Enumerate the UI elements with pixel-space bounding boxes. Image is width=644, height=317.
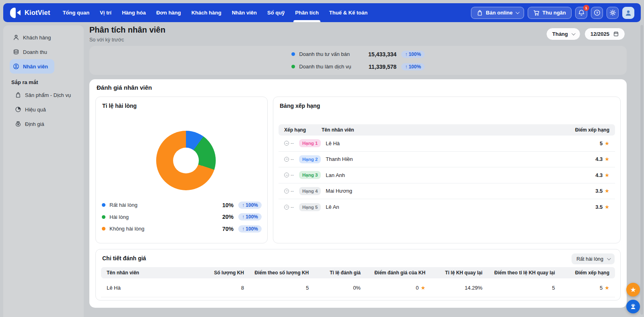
question-icon: ?	[594, 9, 601, 16]
star-icon	[605, 140, 609, 146]
sidebar-item-hieu-qua[interactable]: Hiệu quả	[10, 102, 52, 117]
period-date-picker[interactable]: 12/2025	[584, 28, 625, 40]
sidebar-item-san-pham-dich-vu[interactable]: Sản phẩm - Dịch vụ	[10, 88, 77, 102]
money-bag-icon	[15, 121, 21, 127]
revenue-legend-row: Doanh thu làm dịch vụ 11,339,578 100%	[291, 61, 425, 72]
table-row[interactable]: -- Hạng 3 Lan Anh 4.3	[279, 167, 615, 183]
legend-item: Hài lòng 20% 100%	[102, 211, 262, 223]
trend-neutral: --	[284, 172, 299, 178]
sidebar-item-khach-hang[interactable]: Khách hàng	[10, 30, 57, 45]
detail-filter-dropdown[interactable]: Rất hài lòng	[572, 253, 615, 264]
settings-button[interactable]	[607, 7, 619, 19]
support-fab-button[interactable]	[626, 300, 640, 313]
star-icon	[421, 285, 425, 291]
navbar-actions: Bán online Thu ngân 1	[471, 7, 634, 19]
nav-item-tong-quan[interactable]: Tổng quan	[58, 3, 95, 22]
legend-dot	[102, 215, 105, 219]
evaluation-title: Đánh giá nhân viên	[97, 84, 152, 91]
svg-text:?: ?	[596, 11, 598, 15]
nav-item-hang-hoa[interactable]: Hàng hóa	[117, 3, 151, 22]
ban-online-button[interactable]: Bán online	[471, 7, 524, 19]
change-badge: 100%	[401, 51, 425, 58]
table-row[interactable]: -- Hạng 5 Lê An 3.5	[279, 199, 615, 215]
legend-item: Không hài lòng 70% 100%	[102, 223, 262, 235]
calendar-icon	[613, 31, 619, 37]
legend-item: Rất hài lòng 10% 100%	[102, 199, 262, 211]
rank-badge: Hạng 2	[299, 155, 321, 163]
minus-circle-icon	[284, 173, 289, 177]
rank-badge: Hạng 3	[299, 171, 321, 179]
brand-logo[interactable]: KiotViet	[10, 7, 50, 19]
notifications-button[interactable]: 1	[575, 7, 587, 19]
nav-item-thue-ke-toan[interactable]: Thuế & Kế toán	[324, 3, 373, 22]
change-badge: 100%	[238, 225, 262, 233]
person-circle-icon	[13, 63, 19, 70]
detail-table-header: Tên nhân viên Số lượng KH Điểm theo số l…	[101, 267, 615, 278]
minus-circle-icon	[284, 157, 289, 162]
satisfaction-donut[interactable]	[156, 131, 216, 190]
up-arrow-icon	[242, 203, 244, 208]
gear-icon	[609, 9, 616, 16]
nav-item-nhan-vien[interactable]: Nhân viên	[227, 3, 262, 22]
trend-neutral: --	[284, 204, 299, 210]
coming-soon-label: Sắp ra mắt	[3, 79, 84, 85]
nav-item-khach-hang[interactable]: Khách hàng	[186, 3, 226, 22]
cart-icon	[533, 10, 540, 16]
nav-item-so-quy[interactable]: Sổ quỹ	[262, 3, 290, 22]
page-title: Phân tích nhân viên	[89, 25, 165, 35]
rank-badge: Hạng 4	[299, 187, 321, 195]
pie-chart-icon	[15, 106, 21, 113]
table-row[interactable]: -- Hạng 2 Thanh Hiền 4.3	[279, 152, 615, 168]
up-arrow-icon	[242, 214, 244, 219]
shopping-bag-icon	[477, 10, 483, 16]
revenue-summary-card: Doanh thu tư vấn bán 15,433,334 100% Doa…	[89, 46, 627, 75]
thu-ngan-button[interactable]: Thu ngân	[528, 7, 572, 19]
user-avatar-button[interactable]	[622, 7, 634, 19]
legend-dot	[102, 203, 105, 207]
table-row[interactable]: Lê Hà 8 5 0% 0 14.29% 5 5	[101, 278, 615, 297]
star-icon	[605, 285, 609, 291]
up-arrow-icon	[242, 226, 244, 231]
person-icon	[13, 34, 19, 41]
avatar-person-icon	[624, 9, 632, 17]
rank-badge: Hạng 5	[299, 203, 321, 211]
table-row[interactable]: -- Hạng 4 Mai Hương 3.5	[279, 183, 615, 200]
nav-item-phan-tich[interactable]: Phân tích	[290, 3, 324, 22]
star-icon	[605, 156, 609, 162]
trend-neutral: --	[284, 140, 299, 146]
ranking-table-header: Xếp hạng Tên nhân viên Điểm xếp hạng	[279, 124, 615, 136]
rewards-fab-button[interactable]	[626, 283, 640, 296]
scrollbar[interactable]	[640, 24, 644, 315]
satisfaction-legend: Rất hài lòng 10% 100% Hài lòng 20% 100% …	[102, 199, 262, 235]
trend-neutral: --	[284, 156, 299, 162]
sidebar-item-doanh-thu[interactable]: Doanh thu	[10, 45, 54, 59]
kiotviet-logo-icon	[10, 7, 21, 19]
page-subtitle: So với kỳ trước	[89, 37, 124, 43]
help-button[interactable]: ?	[591, 7, 603, 19]
star-icon	[605, 188, 609, 194]
bag-icon	[15, 92, 21, 98]
ranking-panel: Bảng xếp hạng Xếp hạng Tên nhân viên Điể…	[273, 97, 621, 243]
sidebar-item-dinh-gia[interactable]: Định giá	[10, 117, 51, 131]
nav-item-vi-tri[interactable]: Vị trí	[95, 3, 117, 22]
nav-item-don-hang[interactable]: Đơn hàng	[151, 3, 186, 22]
period-type-dropdown[interactable]: Tháng	[546, 28, 580, 40]
star-icon	[605, 204, 609, 210]
table-row[interactable]: -- Hạng 1 Lê Hà 5	[279, 136, 615, 152]
change-badge: 100%	[238, 213, 262, 220]
star-icon	[605, 172, 609, 178]
brand-name: KiotViet	[25, 9, 50, 16]
chevron-down-icon	[572, 31, 576, 35]
top-navbar: KiotViet Tổng quan Vị trí Hàng hóa Đơn h…	[3, 3, 641, 22]
change-badge: 100%	[401, 63, 425, 70]
scrollbar-thumb[interactable]	[640, 25, 643, 315]
revenue-legend-row: Doanh thu tư vấn bán 15,433,334 100%	[291, 49, 425, 60]
sidebar-item-nhan-vien[interactable]: Nhân viên	[10, 59, 54, 74]
support-agent-icon	[629, 303, 637, 311]
sidebar: Khách hàng Doanh thu Nhân viên Sắp ra mắ…	[3, 25, 84, 317]
notification-badge: 1	[583, 5, 589, 11]
satisfaction-panel: Tỉ lệ hài lòng Rất hài lòng 10% 100% Hài…	[95, 97, 268, 243]
chevron-down-icon	[607, 256, 611, 260]
detail-panel: Chi tiết đánh giá Rất hài lòng Tên nhân …	[95, 249, 621, 301]
rank-badge: Hạng 1	[299, 139, 321, 147]
